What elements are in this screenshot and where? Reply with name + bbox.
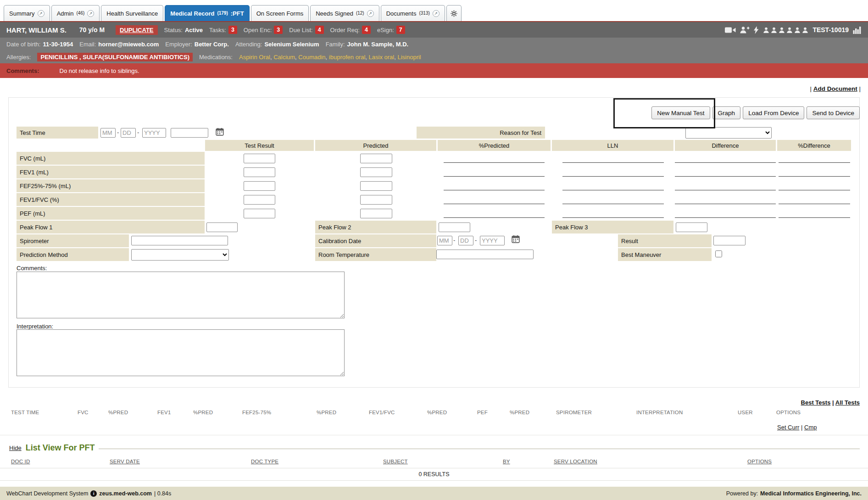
allergies-value[interactable]: PENICILLINS , SULFA(SULFONAMIDE ANTIBIOT…	[37, 53, 193, 61]
medication-link[interactable]: Calcium	[273, 54, 295, 61]
cmp-link[interactable]: Cmp	[804, 424, 817, 431]
hide-link[interactable]: Hide	[9, 444, 22, 451]
list-header-options[interactable]: OPTIONS	[747, 459, 772, 464]
peak-flow-1-input[interactable]	[206, 222, 238, 232]
footer-app-name: WebChart Development System	[6, 490, 88, 497]
send-to-device-button[interactable]: Send to Device	[807, 106, 860, 119]
chart-stats-icon[interactable]	[853, 26, 862, 34]
medications-list: Aspirin Oral, Calcium, Coumadin, ibuprof…	[239, 54, 421, 61]
graph-button[interactable]: Graph	[712, 106, 741, 119]
tab-documents[interactable]: Documents (313) ↗	[381, 5, 445, 21]
calibration-day-input[interactable]	[458, 236, 473, 245]
reason-for-test-select[interactable]	[685, 127, 772, 139]
peak-flow-1-label: Peak Flow 1	[17, 221, 205, 233]
test-time-month-input[interactable]	[100, 128, 116, 138]
list-header-doc-type[interactable]: DOC TYPE	[251, 459, 278, 464]
footer-powered-by-label: Powered by:	[726, 490, 758, 497]
fev1-predicted-input[interactable]	[360, 167, 392, 177]
load-from-device-button[interactable]: Load From Device	[743, 106, 804, 119]
row-label-fef25-75: FEF25%-75% (mL)	[17, 179, 205, 192]
calendar-icon[interactable]	[216, 128, 224, 138]
order-req-badge[interactable]: 4	[362, 26, 371, 34]
results-row-actions: Set Curr | Cmp	[777, 424, 817, 431]
calibration-year-input[interactable]	[480, 236, 505, 245]
list-header-subject[interactable]: SUBJECT	[383, 459, 408, 464]
pft-toolbar: New Manual Test Graph Load From Device S…	[651, 106, 860, 119]
fef-test-result-input[interactable]	[244, 181, 275, 191]
attending-label: Attending:	[235, 41, 262, 48]
tab-admin[interactable]: Admin (46) ↗	[51, 5, 100, 21]
spirometer-input[interactable]	[131, 236, 228, 245]
calibration-month-input[interactable]	[437, 236, 452, 245]
open-enc-badge[interactable]: 3	[274, 26, 283, 34]
tasks-badge[interactable]: 3	[228, 26, 237, 34]
tab-label: Medical Record	[170, 10, 214, 17]
prediction-method-select[interactable]	[131, 249, 229, 261]
list-header-serv-date[interactable]: SERV DATE	[110, 459, 140, 464]
column-header-difference: Difference	[675, 140, 776, 151]
fvc-pct-predicted-line	[444, 154, 545, 163]
test-time-year-input[interactable]	[142, 128, 166, 138]
esign-badge[interactable]: 7	[396, 26, 405, 34]
add-document-link[interactable]: Add Document	[813, 85, 857, 92]
pef-test-result-input[interactable]	[244, 209, 275, 218]
video-call-icon[interactable]	[725, 27, 736, 33]
test-time-day-input[interactable]	[121, 128, 136, 138]
fev1-lln-line	[562, 167, 664, 177]
popout-icon[interactable]: ↗	[38, 10, 45, 17]
medications-label: Medications:	[199, 54, 233, 61]
set-curr-link[interactable]: Set Curr	[777, 424, 799, 431]
medication-link[interactable]: Lasix oral	[369, 54, 395, 61]
test-time-time-input[interactable]	[171, 128, 208, 138]
room-temperature-input[interactable]	[436, 250, 534, 259]
fvc-predicted-input[interactable]	[360, 154, 392, 163]
medication-link[interactable]: Coumadin	[298, 54, 325, 61]
date-separator: -	[137, 129, 139, 136]
result-input[interactable]	[713, 236, 746, 245]
tab-medical-record[interactable]: Medical Record (179) :PFT	[165, 5, 249, 21]
popout-icon[interactable]: ↗	[433, 10, 440, 17]
fev1-fvc-predicted-input[interactable]	[360, 195, 392, 205]
tab-summary[interactable]: Summary ↗	[4, 5, 50, 21]
tab-on-screen-forms[interactable]: On Screen Forms	[251, 5, 309, 21]
pef-pct-predicted-line	[444, 209, 545, 218]
settings-tab[interactable]	[446, 5, 462, 21]
tab-health-surveillance[interactable]: Health Surveillance	[101, 5, 163, 21]
medication-link[interactable]: Aspirin Oral	[239, 54, 270, 61]
list-header-serv-location[interactable]: SERV LOCATION	[554, 459, 597, 464]
fev1-fvc-test-result-input[interactable]	[244, 195, 275, 205]
add-person-icon[interactable]	[740, 26, 750, 33]
fvc-test-result-input[interactable]	[244, 154, 275, 163]
fev1-test-result-input[interactable]	[244, 167, 275, 177]
footer-company: Medical Informatics Engineering, Inc.	[760, 490, 862, 497]
lightning-icon[interactable]	[754, 26, 759, 34]
info-icon[interactable]: i	[90, 490, 97, 497]
care-team-icons[interactable]	[763, 27, 808, 33]
results-header-fev1: FEV1	[157, 410, 171, 415]
reason-for-test-label: Reason for Test	[417, 127, 545, 139]
medication-link[interactable]: ibuprofen oral	[329, 54, 366, 61]
list-header-by[interactable]: BY	[503, 459, 510, 464]
popout-icon[interactable]: ↗	[87, 10, 94, 17]
best-maneuver-checkbox[interactable]	[715, 250, 722, 257]
interpretation-textarea[interactable]	[17, 329, 345, 376]
popout-icon[interactable]: ↗	[367, 10, 374, 17]
peak-flow-2-input[interactable]	[439, 222, 470, 232]
due-list-badge[interactable]: 4	[315, 26, 324, 34]
duplicate-flag[interactable]: DUPLICATE	[116, 25, 157, 35]
fef-predicted-input[interactable]	[360, 181, 392, 191]
test-time-label: Test Time	[17, 127, 98, 139]
medication-link[interactable]: Lisinopril	[397, 54, 421, 61]
new-manual-test-button[interactable]: New Manual Test	[651, 106, 710, 119]
list-header-doc-id[interactable]: DOC ID	[11, 459, 30, 464]
calendar-icon[interactable]	[512, 235, 520, 245]
form-comments-textarea[interactable]	[17, 272, 345, 318]
best-tests-link[interactable]: Best Tests	[801, 399, 831, 406]
fvc-difference-line	[675, 154, 776, 163]
pef-predicted-input[interactable]	[360, 209, 392, 218]
tab-needs-signed[interactable]: Needs Signed (12) ↗	[310, 5, 379, 21]
due-list-label: Due List:	[289, 27, 312, 33]
peak-flow-3-input[interactable]	[676, 222, 707, 232]
fev1-fvc-lln-line	[562, 195, 664, 204]
all-tests-link[interactable]: All Tests	[835, 399, 860, 406]
